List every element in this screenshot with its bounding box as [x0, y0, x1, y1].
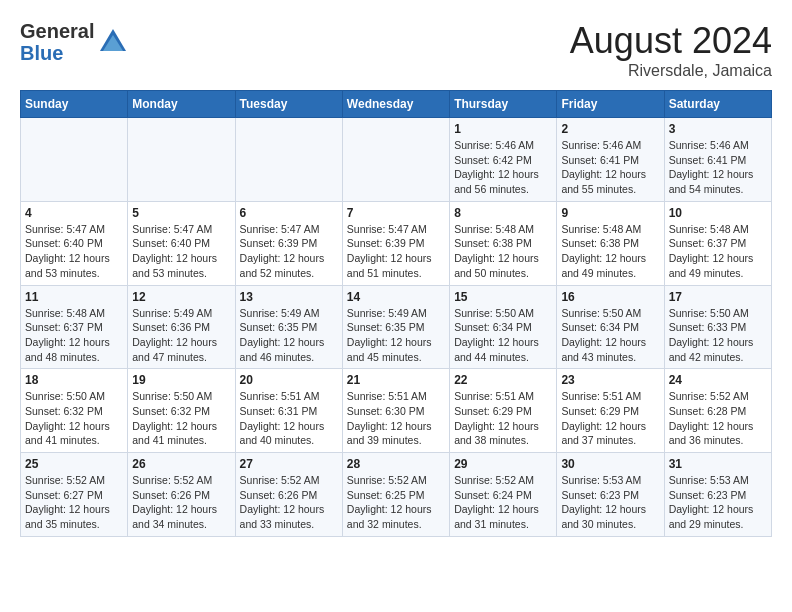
header-saturday: Saturday — [664, 91, 771, 118]
calendar-cell: 28Sunrise: 5:52 AM Sunset: 6:25 PM Dayli… — [342, 453, 449, 537]
day-number: 12 — [132, 290, 230, 304]
day-info: Sunrise: 5:48 AM Sunset: 6:38 PM Dayligh… — [454, 222, 552, 281]
calendar-cell: 7Sunrise: 5:47 AM Sunset: 6:39 PM Daylig… — [342, 201, 449, 285]
calendar-week-3: 11Sunrise: 5:48 AM Sunset: 6:37 PM Dayli… — [21, 285, 772, 369]
day-number: 22 — [454, 373, 552, 387]
day-info: Sunrise: 5:47 AM Sunset: 6:39 PM Dayligh… — [240, 222, 338, 281]
header-wednesday: Wednesday — [342, 91, 449, 118]
calendar-cell: 18Sunrise: 5:50 AM Sunset: 6:32 PM Dayli… — [21, 369, 128, 453]
day-number: 14 — [347, 290, 445, 304]
calendar-cell: 9Sunrise: 5:48 AM Sunset: 6:38 PM Daylig… — [557, 201, 664, 285]
page-header: General Blue August 2024 Riversdale, Jam… — [20, 20, 772, 80]
day-number: 21 — [347, 373, 445, 387]
title-block: August 2024 Riversdale, Jamaica — [570, 20, 772, 80]
calendar-cell: 10Sunrise: 5:48 AM Sunset: 6:37 PM Dayli… — [664, 201, 771, 285]
calendar-cell: 19Sunrise: 5:50 AM Sunset: 6:32 PM Dayli… — [128, 369, 235, 453]
day-info: Sunrise: 5:48 AM Sunset: 6:37 PM Dayligh… — [25, 306, 123, 365]
day-number: 28 — [347, 457, 445, 471]
calendar-cell: 24Sunrise: 5:52 AM Sunset: 6:28 PM Dayli… — [664, 369, 771, 453]
calendar-cell: 13Sunrise: 5:49 AM Sunset: 6:35 PM Dayli… — [235, 285, 342, 369]
day-number: 24 — [669, 373, 767, 387]
header-tuesday: Tuesday — [235, 91, 342, 118]
header-row: Sunday Monday Tuesday Wednesday Thursday… — [21, 91, 772, 118]
day-number: 17 — [669, 290, 767, 304]
calendar-table: Sunday Monday Tuesday Wednesday Thursday… — [20, 90, 772, 537]
calendar-cell: 4Sunrise: 5:47 AM Sunset: 6:40 PM Daylig… — [21, 201, 128, 285]
day-info: Sunrise: 5:50 AM Sunset: 6:32 PM Dayligh… — [132, 389, 230, 448]
day-info: Sunrise: 5:52 AM Sunset: 6:25 PM Dayligh… — [347, 473, 445, 532]
day-info: Sunrise: 5:47 AM Sunset: 6:40 PM Dayligh… — [132, 222, 230, 281]
calendar-cell: 20Sunrise: 5:51 AM Sunset: 6:31 PM Dayli… — [235, 369, 342, 453]
day-info: Sunrise: 5:46 AM Sunset: 6:41 PM Dayligh… — [561, 138, 659, 197]
calendar-cell — [21, 118, 128, 202]
calendar-body: 1Sunrise: 5:46 AM Sunset: 6:42 PM Daylig… — [21, 118, 772, 537]
day-number: 25 — [25, 457, 123, 471]
day-info: Sunrise: 5:51 AM Sunset: 6:29 PM Dayligh… — [454, 389, 552, 448]
header-sunday: Sunday — [21, 91, 128, 118]
calendar-week-1: 1Sunrise: 5:46 AM Sunset: 6:42 PM Daylig… — [21, 118, 772, 202]
calendar-cell: 12Sunrise: 5:49 AM Sunset: 6:36 PM Dayli… — [128, 285, 235, 369]
calendar-cell: 6Sunrise: 5:47 AM Sunset: 6:39 PM Daylig… — [235, 201, 342, 285]
calendar-cell — [128, 118, 235, 202]
day-info: Sunrise: 5:51 AM Sunset: 6:29 PM Dayligh… — [561, 389, 659, 448]
day-number: 9 — [561, 206, 659, 220]
calendar-header: Sunday Monday Tuesday Wednesday Thursday… — [21, 91, 772, 118]
day-number: 27 — [240, 457, 338, 471]
day-number: 11 — [25, 290, 123, 304]
calendar-cell — [342, 118, 449, 202]
day-info: Sunrise: 5:51 AM Sunset: 6:30 PM Dayligh… — [347, 389, 445, 448]
day-number: 16 — [561, 290, 659, 304]
day-info: Sunrise: 5:47 AM Sunset: 6:39 PM Dayligh… — [347, 222, 445, 281]
calendar-cell: 3Sunrise: 5:46 AM Sunset: 6:41 PM Daylig… — [664, 118, 771, 202]
day-info: Sunrise: 5:48 AM Sunset: 6:38 PM Dayligh… — [561, 222, 659, 281]
day-number: 4 — [25, 206, 123, 220]
day-info: Sunrise: 5:49 AM Sunset: 6:35 PM Dayligh… — [240, 306, 338, 365]
day-info: Sunrise: 5:50 AM Sunset: 6:32 PM Dayligh… — [25, 389, 123, 448]
day-number: 1 — [454, 122, 552, 136]
calendar-cell: 29Sunrise: 5:52 AM Sunset: 6:24 PM Dayli… — [450, 453, 557, 537]
day-info: Sunrise: 5:52 AM Sunset: 6:27 PM Dayligh… — [25, 473, 123, 532]
calendar-cell: 2Sunrise: 5:46 AM Sunset: 6:41 PM Daylig… — [557, 118, 664, 202]
calendar-cell: 27Sunrise: 5:52 AM Sunset: 6:26 PM Dayli… — [235, 453, 342, 537]
day-number: 2 — [561, 122, 659, 136]
day-info: Sunrise: 5:47 AM Sunset: 6:40 PM Dayligh… — [25, 222, 123, 281]
day-number: 6 — [240, 206, 338, 220]
day-number: 18 — [25, 373, 123, 387]
day-info: Sunrise: 5:46 AM Sunset: 6:41 PM Dayligh… — [669, 138, 767, 197]
day-info: Sunrise: 5:50 AM Sunset: 6:33 PM Dayligh… — [669, 306, 767, 365]
day-info: Sunrise: 5:52 AM Sunset: 6:26 PM Dayligh… — [240, 473, 338, 532]
day-number: 20 — [240, 373, 338, 387]
calendar-week-2: 4Sunrise: 5:47 AM Sunset: 6:40 PM Daylig… — [21, 201, 772, 285]
day-number: 8 — [454, 206, 552, 220]
day-number: 10 — [669, 206, 767, 220]
day-number: 19 — [132, 373, 230, 387]
calendar-cell: 1Sunrise: 5:46 AM Sunset: 6:42 PM Daylig… — [450, 118, 557, 202]
day-info: Sunrise: 5:52 AM Sunset: 6:26 PM Dayligh… — [132, 473, 230, 532]
header-friday: Friday — [557, 91, 664, 118]
calendar-cell: 16Sunrise: 5:50 AM Sunset: 6:34 PM Dayli… — [557, 285, 664, 369]
calendar-cell: 14Sunrise: 5:49 AM Sunset: 6:35 PM Dayli… — [342, 285, 449, 369]
day-info: Sunrise: 5:49 AM Sunset: 6:35 PM Dayligh… — [347, 306, 445, 365]
day-info: Sunrise: 5:50 AM Sunset: 6:34 PM Dayligh… — [454, 306, 552, 365]
calendar-cell: 17Sunrise: 5:50 AM Sunset: 6:33 PM Dayli… — [664, 285, 771, 369]
calendar-cell: 5Sunrise: 5:47 AM Sunset: 6:40 PM Daylig… — [128, 201, 235, 285]
calendar-cell: 25Sunrise: 5:52 AM Sunset: 6:27 PM Dayli… — [21, 453, 128, 537]
calendar-cell: 21Sunrise: 5:51 AM Sunset: 6:30 PM Dayli… — [342, 369, 449, 453]
day-number: 29 — [454, 457, 552, 471]
calendar-week-4: 18Sunrise: 5:50 AM Sunset: 6:32 PM Dayli… — [21, 369, 772, 453]
day-info: Sunrise: 5:51 AM Sunset: 6:31 PM Dayligh… — [240, 389, 338, 448]
calendar-cell: 15Sunrise: 5:50 AM Sunset: 6:34 PM Dayli… — [450, 285, 557, 369]
calendar-cell: 8Sunrise: 5:48 AM Sunset: 6:38 PM Daylig… — [450, 201, 557, 285]
calendar-week-5: 25Sunrise: 5:52 AM Sunset: 6:27 PM Dayli… — [21, 453, 772, 537]
day-info: Sunrise: 5:52 AM Sunset: 6:24 PM Dayligh… — [454, 473, 552, 532]
logo: General Blue — [20, 20, 128, 64]
main-title: August 2024 — [570, 20, 772, 62]
day-number: 23 — [561, 373, 659, 387]
day-number: 3 — [669, 122, 767, 136]
day-number: 30 — [561, 457, 659, 471]
subtitle: Riversdale, Jamaica — [570, 62, 772, 80]
day-number: 13 — [240, 290, 338, 304]
day-number: 15 — [454, 290, 552, 304]
day-info: Sunrise: 5:52 AM Sunset: 6:28 PM Dayligh… — [669, 389, 767, 448]
day-number: 31 — [669, 457, 767, 471]
